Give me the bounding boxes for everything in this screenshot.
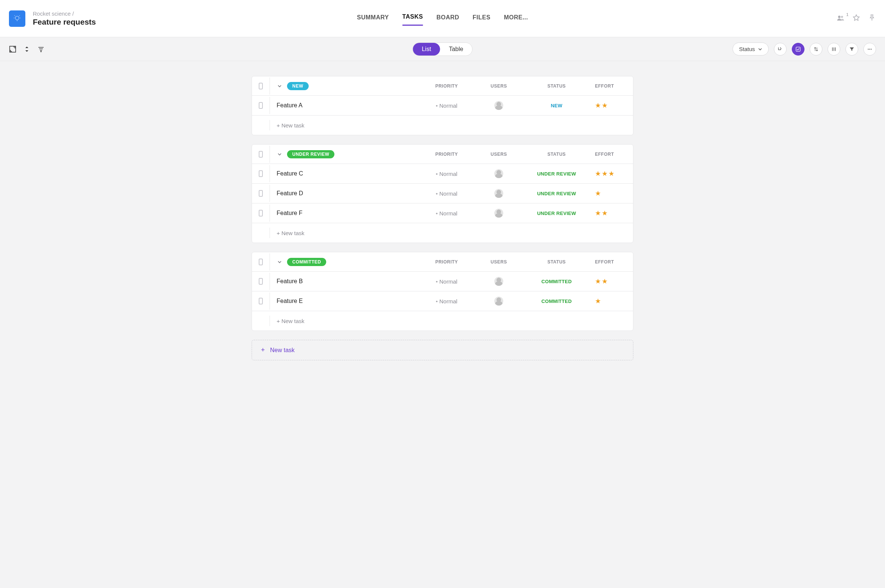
- tab-files[interactable]: FILES: [473, 12, 491, 26]
- tab-summary[interactable]: SUMMARY: [357, 12, 389, 26]
- task-row[interactable]: Feature ANormalNEW★★: [252, 96, 633, 116]
- row-select-cell: [252, 273, 270, 290]
- user-avatar[interactable]: [494, 277, 503, 286]
- select-all-checkbox[interactable]: [259, 259, 263, 265]
- task-row[interactable]: Feature BNormalCOMMITTED★★: [252, 272, 633, 291]
- task-effort-cell[interactable]: ★★: [588, 205, 633, 222]
- main-tabs: SUMMARYTASKSBOARDFILESMORE...: [357, 11, 528, 26]
- indent-view-button[interactable]: [774, 43, 787, 56]
- tab-more[interactable]: MORE...: [504, 12, 528, 26]
- project-icon: [9, 10, 26, 27]
- task-status-cell[interactable]: COMMITTED: [525, 293, 588, 309]
- row-checkbox[interactable]: [259, 278, 263, 285]
- task-users-cell[interactable]: [473, 291, 525, 311]
- task-users-cell[interactable]: [473, 164, 525, 183]
- select-all-cell: [252, 78, 270, 94]
- add-task-inline[interactable]: + New task: [270, 313, 421, 329]
- effort-stars: ★★: [595, 210, 608, 216]
- task-priority: Normal: [436, 278, 457, 285]
- expand-button[interactable]: [9, 45, 17, 53]
- select-all-checkbox[interactable]: [259, 83, 263, 89]
- task-users-cell[interactable]: [473, 272, 525, 291]
- view-table-tab[interactable]: Table: [440, 43, 472, 56]
- new-task-button[interactable]: +New task: [252, 340, 633, 360]
- task-name[interactable]: Feature F: [270, 205, 421, 222]
- col-header-status: STATUS: [525, 147, 588, 162]
- task-name[interactable]: Feature A: [270, 97, 421, 114]
- group-collapse-toggle[interactable]: [276, 83, 282, 89]
- user-avatar[interactable]: [494, 101, 503, 110]
- svg-rect-9: [796, 47, 800, 51]
- favorite-button[interactable]: [852, 14, 860, 24]
- task-priority-cell[interactable]: Normal: [421, 97, 473, 114]
- completed-toggle[interactable]: [792, 43, 804, 56]
- filter-button[interactable]: [846, 43, 858, 56]
- add-task-inline[interactable]: + New task: [270, 225, 421, 242]
- task-status-cell[interactable]: UNDER REVIEW: [525, 166, 588, 182]
- task-effort-cell[interactable]: ★★★: [588, 165, 633, 182]
- followers-button[interactable]: 1: [837, 14, 845, 24]
- collapse-all-button[interactable]: [23, 45, 30, 53]
- group-collapse-toggle[interactable]: [276, 151, 282, 157]
- pin-button[interactable]: [868, 14, 876, 24]
- row-checkbox[interactable]: [259, 210, 263, 216]
- breadcrumb[interactable]: Rocket science /: [33, 10, 96, 17]
- task-effort-cell[interactable]: ★★: [588, 273, 633, 290]
- task-priority-cell[interactable]: Normal: [421, 185, 473, 202]
- task-status-cell[interactable]: COMMITTED: [525, 273, 588, 290]
- task-users-cell[interactable]: [473, 96, 525, 115]
- expand-icon: [9, 45, 17, 53]
- footer-spacer: [252, 228, 270, 238]
- task-row[interactable]: Feature DNormalUNDER REVIEW★: [252, 184, 633, 204]
- breadcrumb-parent[interactable]: Rocket science: [33, 10, 71, 17]
- task-effort-cell[interactable]: ★★: [588, 97, 633, 114]
- user-avatar[interactable]: [494, 169, 503, 178]
- user-avatar[interactable]: [494, 208, 503, 218]
- add-task-inline[interactable]: + New task: [270, 117, 421, 134]
- task-effort-cell[interactable]: ★: [588, 292, 633, 310]
- task-priority-cell[interactable]: Normal: [421, 293, 473, 310]
- toolbar-left: [9, 45, 45, 53]
- col-header-priority: PRIORITY: [421, 254, 473, 270]
- row-checkbox[interactable]: [259, 170, 263, 177]
- tab-tasks[interactable]: TASKS: [402, 11, 423, 26]
- chevron-down-icon: [277, 152, 282, 156]
- task-effort-cell[interactable]: ★: [588, 185, 633, 202]
- task-status-cell[interactable]: UNDER REVIEW: [525, 206, 588, 221]
- group-footer: + New task: [252, 116, 633, 135]
- task-row[interactable]: Feature FNormalUNDER REVIEW★★: [252, 204, 633, 223]
- task-priority-cell[interactable]: Normal: [421, 273, 473, 290]
- groupby-dropdown[interactable]: Status: [733, 42, 769, 56]
- group-title-cell: NEW: [270, 77, 421, 95]
- svg-line-4: [15, 15, 15, 16]
- group-title-cell: COMMITTED: [270, 253, 421, 271]
- col-header-priority: PRIORITY: [421, 78, 473, 94]
- row-checkbox[interactable]: [259, 190, 263, 197]
- task-row[interactable]: Feature ENormalCOMMITTED★: [252, 291, 633, 311]
- view-list-tab[interactable]: List: [413, 43, 440, 56]
- select-all-checkbox[interactable]: [259, 151, 263, 158]
- more-options-button[interactable]: [863, 43, 876, 56]
- group-collapse-toggle[interactable]: [276, 259, 282, 265]
- task-status-cell[interactable]: NEW: [525, 98, 588, 114]
- task-name[interactable]: Feature E: [270, 292, 421, 310]
- task-priority-cell[interactable]: Normal: [421, 165, 473, 182]
- task-users-cell[interactable]: [473, 184, 525, 203]
- user-avatar[interactable]: [494, 297, 503, 306]
- task-users-cell[interactable]: [473, 204, 525, 223]
- tab-board[interactable]: BOARD: [437, 12, 459, 26]
- task-name[interactable]: Feature D: [270, 185, 421, 202]
- row-checkbox[interactable]: [259, 298, 263, 304]
- sort-button[interactable]: [810, 43, 822, 56]
- task-name[interactable]: Feature C: [270, 165, 421, 182]
- user-avatar[interactable]: [494, 189, 503, 198]
- task-status-cell[interactable]: UNDER REVIEW: [525, 186, 588, 202]
- task-row[interactable]: Feature CNormalUNDER REVIEW★★★: [252, 164, 633, 184]
- row-checkbox[interactable]: [259, 102, 263, 109]
- filter-collapse-button[interactable]: [37, 45, 45, 53]
- columns-button[interactable]: [828, 43, 840, 56]
- task-status: COMMITTED: [532, 279, 581, 284]
- task-priority-cell[interactable]: Normal: [421, 205, 473, 222]
- svg-point-11: [869, 48, 870, 49]
- task-name[interactable]: Feature B: [270, 273, 421, 290]
